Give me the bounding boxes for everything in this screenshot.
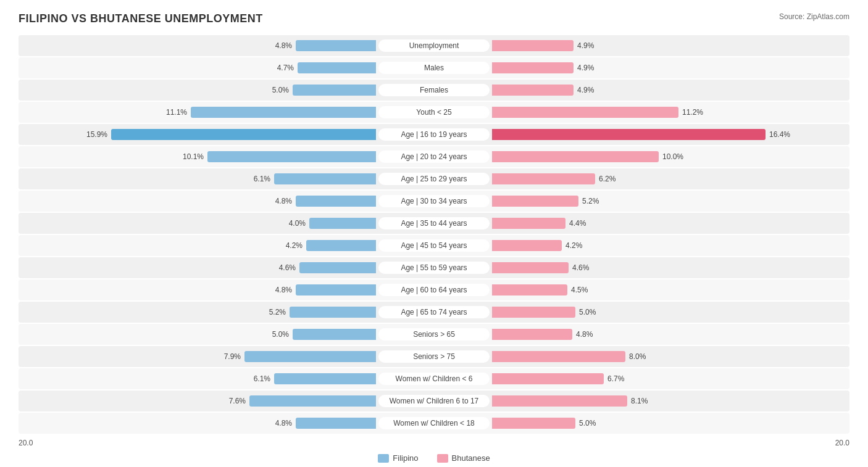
chart-row: 5.0%Females4.9% <box>19 80 849 101</box>
row-right-section: 10.0% <box>490 151 849 162</box>
legend-filipino-label: Filipino <box>393 453 418 463</box>
row-label: Women w/ Children < 18 <box>378 417 490 429</box>
row-left-bar <box>274 173 376 184</box>
row-right-value: 16.4% <box>769 130 790 139</box>
row-left-bar <box>299 262 376 273</box>
legend-filipino-box <box>378 454 389 463</box>
row-right-bar <box>492 85 574 96</box>
row-label: Age | 30 to 34 years <box>378 195 490 207</box>
row-right-bar <box>492 107 678 118</box>
row-right-value: 5.2% <box>582 197 599 205</box>
legend: Filipino Bhutanese <box>19 453 849 463</box>
row-right-section: 4.5% <box>490 284 849 295</box>
row-label: Unemployment <box>378 39 490 52</box>
row-label: Males <box>378 62 490 74</box>
row-left-value: 4.8% <box>275 286 292 294</box>
row-left-value: 4.8% <box>275 419 292 428</box>
row-left-section: 10.1% <box>19 151 378 162</box>
row-label: Age | 16 to 19 years <box>378 128 490 141</box>
row-label: Women w/ Children 6 to 17 <box>378 395 490 407</box>
row-left-value: 4.2% <box>286 241 303 250</box>
row-left-section: 6.1% <box>19 173 378 184</box>
row-right-value: 6.7% <box>607 374 624 383</box>
row-label: Age | 55 to 59 years <box>378 262 490 274</box>
row-left-section: 4.7% <box>19 62 378 73</box>
row-left-value: 15.9% <box>86 130 107 139</box>
row-left-section: 15.9% <box>19 129 378 140</box>
row-right-bar <box>492 307 575 318</box>
row-right-bar <box>492 218 565 229</box>
row-left-value: 10.1% <box>183 152 204 161</box>
row-left-bar <box>296 284 376 295</box>
row-left-value: 4.8% <box>275 41 292 50</box>
chart-row: 4.8%Age | 30 to 34 years5.2% <box>19 191 849 212</box>
row-right-bar <box>492 262 569 273</box>
row-right-value: 8.1% <box>631 397 648 405</box>
chart-row: 4.8%Women w/ Children < 185.0% <box>19 413 849 434</box>
row-right-bar <box>492 151 659 162</box>
row-right-value: 4.6% <box>572 263 589 272</box>
chart-row: 7.6%Women w/ Children 6 to 178.1% <box>19 391 849 411</box>
row-right-section: 4.4% <box>490 218 849 229</box>
row-right-value: 4.9% <box>577 86 594 94</box>
row-left-bar <box>306 240 376 251</box>
chart-row: 4.2%Age | 45 to 54 years4.2% <box>19 235 849 256</box>
row-left-bar <box>293 329 376 340</box>
row-label: Age | 35 to 44 years <box>378 217 490 229</box>
row-label: Age | 45 to 54 years <box>378 239 490 252</box>
row-left-bar <box>191 107 376 118</box>
row-label: Age | 60 to 64 years <box>378 284 490 296</box>
row-label: Women w/ Children < 6 <box>378 373 490 385</box>
row-right-bar <box>492 373 604 384</box>
row-label: Seniors > 65 <box>378 328 490 341</box>
row-right-value: 4.5% <box>571 286 588 294</box>
chart-row: 6.1%Age | 25 to 29 years6.2% <box>19 168 849 189</box>
row-left-section: 11.1% <box>19 107 378 118</box>
row-left-section: 4.2% <box>19 240 378 251</box>
row-left-section: 7.9% <box>19 351 378 362</box>
row-right-value: 4.9% <box>577 41 594 50</box>
row-left-value: 4.6% <box>279 263 296 272</box>
row-right-section: 6.7% <box>490 373 849 384</box>
row-left-bar <box>309 218 376 229</box>
row-left-section: 5.2% <box>19 307 378 318</box>
row-left-bar <box>296 40 376 51</box>
row-right-value: 6.2% <box>599 175 616 183</box>
row-left-bar <box>274 373 376 384</box>
row-left-bar <box>249 395 376 407</box>
row-right-bar <box>492 395 627 407</box>
row-left-section: 4.8% <box>19 40 378 51</box>
row-label: Age | 25 to 29 years <box>378 173 490 185</box>
legend-bhutanese: Bhutanese <box>437 453 490 463</box>
chart-row: 10.1%Age | 20 to 24 years10.0% <box>19 146 849 167</box>
row-left-section: 7.6% <box>19 395 378 407</box>
row-right-bar <box>492 62 574 73</box>
row-left-section: 5.0% <box>19 329 378 340</box>
row-left-value: 11.1% <box>166 108 187 117</box>
row-right-section: 4.9% <box>490 62 849 73</box>
row-right-bar <box>492 173 595 184</box>
chart-row: 7.9%Seniors > 758.0% <box>19 346 849 367</box>
legend-filipino: Filipino <box>378 453 418 463</box>
row-right-bar <box>492 351 625 362</box>
row-label: Seniors > 75 <box>378 350 490 363</box>
row-label: Females <box>378 84 490 96</box>
axis-left: 20.0 <box>19 439 33 447</box>
row-left-section: 5.0% <box>19 85 378 96</box>
row-left-bar <box>244 351 376 362</box>
row-left-bar <box>293 85 376 96</box>
chart-row: 4.8%Age | 60 to 64 years4.5% <box>19 279 849 300</box>
row-left-value: 4.8% <box>275 197 292 205</box>
row-right-bar <box>492 40 574 51</box>
row-right-value: 4.4% <box>569 219 586 228</box>
row-right-value: 4.2% <box>565 241 582 250</box>
chart-row: 4.0%Age | 35 to 44 years4.4% <box>19 213 849 234</box>
chart-row: 15.9%Age | 16 to 19 years16.4% <box>19 124 849 145</box>
row-left-value: 7.6% <box>229 397 246 405</box>
row-right-section: 4.2% <box>490 240 849 251</box>
row-left-bar <box>207 151 376 162</box>
row-right-value: 5.0% <box>579 308 596 316</box>
row-left-value: 4.7% <box>277 64 294 72</box>
row-right-section: 8.1% <box>490 395 849 407</box>
row-left-bar <box>298 62 376 73</box>
